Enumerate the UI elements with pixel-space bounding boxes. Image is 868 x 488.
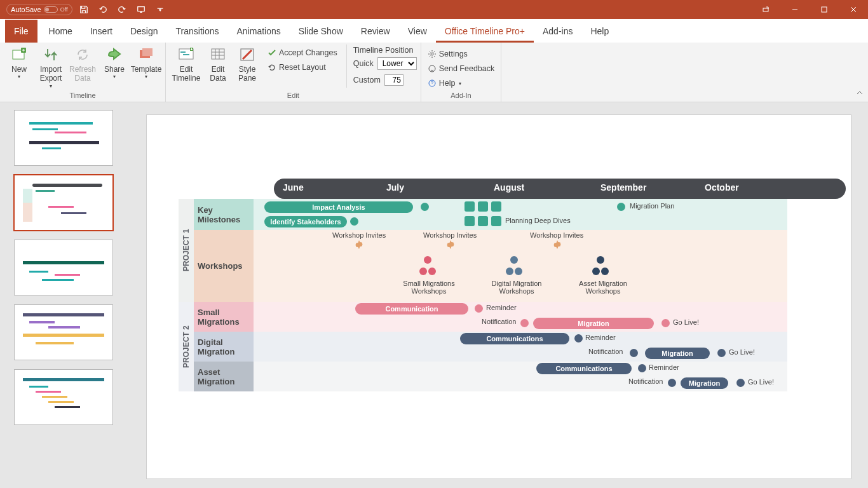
save-button[interactable] xyxy=(76,2,92,17)
new-button[interactable]: New▾ xyxy=(4,44,34,92)
cluster-small[interactable] xyxy=(409,255,447,278)
edit-data-button[interactable]: Edit Data xyxy=(204,44,232,83)
dot-impact[interactable] xyxy=(421,203,429,211)
svg-rect-35 xyxy=(36,342,74,344)
ribbon-display-options[interactable] xyxy=(751,0,780,19)
dm-mig[interactable]: Migration xyxy=(645,348,710,359)
star-icon-2[interactable] xyxy=(445,240,456,250)
style-pane-button[interactable]: Style Pane xyxy=(233,44,261,83)
tab-view[interactable]: View xyxy=(399,20,436,43)
settings-button[interactable]: Settings xyxy=(425,47,470,61)
star-icon-3[interactable] xyxy=(552,240,562,250)
cluster-asset[interactable] xyxy=(581,255,620,278)
tab-help[interactable]: Help xyxy=(581,20,618,43)
tab-transitions[interactable]: Transitions xyxy=(167,20,228,43)
sm-notif-dot[interactable] xyxy=(520,319,529,327)
tab-slideshow[interactable]: Slide Show xyxy=(290,20,352,43)
grid3[interactable] xyxy=(491,201,501,212)
km-label2: Milestones xyxy=(198,215,254,224)
am-golive: Go Live! xyxy=(748,378,774,386)
svg-rect-16 xyxy=(29,122,93,125)
am-rem-dot[interactable] xyxy=(638,364,646,372)
svg-rect-19 xyxy=(29,141,99,144)
tab-home[interactable]: Home xyxy=(40,20,81,43)
help-button[interactable]: Help▾ xyxy=(425,76,465,90)
svg-point-13 xyxy=(431,53,433,55)
dm-rem-dot[interactable] xyxy=(574,334,583,342)
am-notif-dot[interactable] xyxy=(668,379,676,387)
wi3-label: Workshop Invites xyxy=(530,231,583,239)
svg-rect-28 xyxy=(29,271,48,273)
settings-label: Settings xyxy=(439,50,468,58)
tab-office-timeline[interactable]: Office Timeline Pro+ xyxy=(436,20,534,43)
import-label: Import Export xyxy=(40,65,62,83)
dm-notif-dot[interactable] xyxy=(630,349,638,357)
slide-editor[interactable]: June July August September October PROJE… xyxy=(132,102,868,488)
slide-thumbnail-5[interactable] xyxy=(14,369,113,425)
autosave-label: AutoSave xyxy=(11,6,41,13)
qat-customize[interactable] xyxy=(153,2,168,17)
import-export-button[interactable]: Import Export▾ xyxy=(36,44,66,92)
share-icon xyxy=(105,46,123,64)
sm-golive-dot[interactable] xyxy=(661,319,670,327)
share-button[interactable]: Share▾ xyxy=(99,44,130,92)
slide-canvas[interactable]: June July August September October PROJE… xyxy=(147,115,851,478)
custom-input[interactable] xyxy=(384,74,403,86)
new-label: New xyxy=(11,65,27,74)
slide-thumbnail-panel[interactable] xyxy=(0,102,132,488)
dm-comm[interactable]: Communications xyxy=(460,333,569,344)
tab-animations[interactable]: Animations xyxy=(227,20,289,43)
tab-insert[interactable]: Insert xyxy=(81,20,121,43)
grid2[interactable] xyxy=(478,201,488,212)
grid5[interactable] xyxy=(478,216,488,226)
reset-layout-button[interactable]: Reset Layout xyxy=(265,60,340,74)
quick-select[interactable]: Lower xyxy=(377,57,417,70)
sm-mig[interactable]: Migration xyxy=(533,318,654,329)
edit-timeline-icon xyxy=(177,46,195,64)
redo-button[interactable] xyxy=(114,2,130,17)
timeline-object[interactable]: June July August September October PROJE… xyxy=(179,179,846,391)
accept-changes-button[interactable]: Accept Changes xyxy=(265,46,340,60)
present-button[interactable] xyxy=(133,2,149,17)
dot-plan[interactable] xyxy=(617,203,625,211)
ws-label: Workshops xyxy=(198,261,254,271)
grid4[interactable] xyxy=(465,216,475,226)
close-button[interactable] xyxy=(839,0,868,19)
am-mig[interactable]: Migration xyxy=(681,377,728,389)
slide-thumbnail-2[interactable] xyxy=(14,175,113,231)
svg-rect-20 xyxy=(42,147,61,149)
grid6[interactable] xyxy=(491,216,501,226)
grid1[interactable] xyxy=(465,201,475,212)
sm-comm[interactable]: Communication xyxy=(355,303,468,315)
style-pane-label: Style Pane xyxy=(238,65,256,83)
edit-timeline-button[interactable]: Edit Timeline xyxy=(170,44,203,83)
slide-thumbnail-1[interactable] xyxy=(14,110,113,166)
feedback-button[interactable]: Send Feedback xyxy=(425,62,498,76)
slide-thumbnail-3[interactable] xyxy=(14,240,113,295)
tab-review[interactable]: Review xyxy=(352,20,399,43)
collapse-ribbon[interactable] xyxy=(854,88,865,99)
ribbon-tabs: File Home Insert Design Transitions Anim… xyxy=(0,19,868,43)
tab-design[interactable]: Design xyxy=(121,20,167,43)
autosave-toggle[interactable]: AutoSave Off xyxy=(6,4,72,15)
slide-thumbnail-4[interactable] xyxy=(14,304,113,360)
star-icon-1[interactable] xyxy=(354,240,364,250)
am-comm[interactable]: Communications xyxy=(536,363,632,374)
undo-button[interactable] xyxy=(95,2,111,17)
feedback-label: Send Feedback xyxy=(439,64,495,73)
tab-addins[interactable]: Add-ins xyxy=(534,20,581,43)
template-button[interactable]: Template▾ xyxy=(131,44,161,92)
am-golive-dot[interactable] xyxy=(736,379,745,387)
month-aug: August xyxy=(494,182,524,193)
style-pane-icon xyxy=(238,46,256,64)
dot-stake[interactable] xyxy=(350,217,358,226)
minimize-button[interactable] xyxy=(780,0,810,19)
cluster-dig[interactable] xyxy=(495,255,533,278)
sm-rem-dot[interactable] xyxy=(475,304,483,313)
bar-impact[interactable]: Impact Analysis xyxy=(264,201,413,213)
maximize-button[interactable] xyxy=(810,0,839,19)
dm-golive-dot[interactable] xyxy=(717,349,726,357)
tab-file[interactable]: File xyxy=(5,20,37,43)
bar-stake[interactable]: Identify Stakeholders xyxy=(264,216,347,227)
am-rem: Reminder xyxy=(649,363,679,371)
